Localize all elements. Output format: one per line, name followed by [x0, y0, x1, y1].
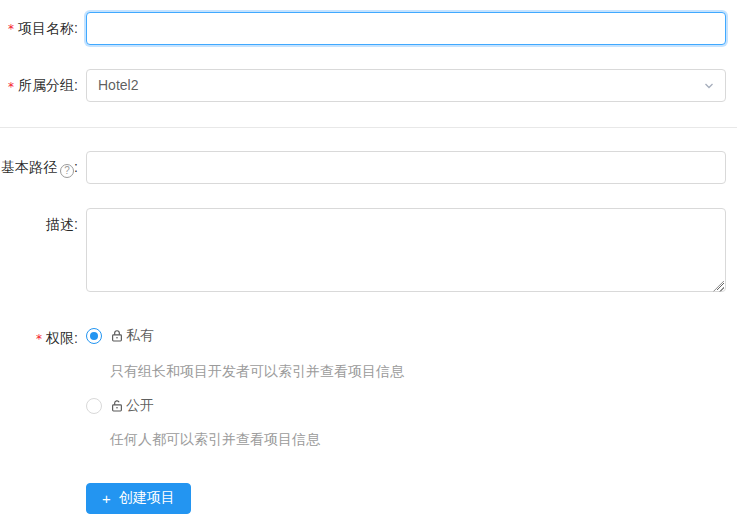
- label-colon: :: [74, 20, 78, 36]
- radio-public-description: 任何人都可以索引并查看项目信息: [86, 429, 726, 449]
- group-select-value: Hotel2: [98, 77, 138, 93]
- form-item-description: 描述:: [0, 208, 737, 295]
- required-mark: *: [8, 80, 14, 94]
- unlock-icon: [110, 399, 124, 413]
- form-item-base-path: 基本路径?:: [0, 151, 737, 184]
- group-label: *所属分组:: [0, 69, 86, 102]
- group-control: Hotel2: [86, 69, 726, 102]
- chevron-down-icon: [704, 81, 714, 91]
- required-mark: *: [8, 22, 14, 36]
- radio-public-label: 公开: [126, 397, 154, 415]
- radio-public-text: 公开: [110, 397, 154, 415]
- permission-control: 私有 只有组长和项目开发者可以索引并查看项目信息 公开 任何人都可以索引并查看项…: [86, 327, 726, 514]
- spacer: [86, 381, 726, 397]
- project-name-control: [86, 12, 726, 45]
- base-path-label: 基本路径?:: [0, 151, 86, 184]
- label-colon: :: [74, 159, 78, 175]
- base-path-label-text: 基本路径: [1, 159, 57, 175]
- radio-private-circle[interactable]: [86, 328, 102, 344]
- description-textarea[interactable]: [86, 208, 726, 292]
- description-label: 描述:: [0, 208, 86, 240]
- required-mark: *: [36, 332, 42, 346]
- permission-label: *权限:: [0, 327, 86, 350]
- form-item-permission: *权限: 私有 只有组长和项目开发者可以索引并查看项目信息: [0, 327, 737, 514]
- radio-private[interactable]: 私有: [86, 327, 726, 345]
- lock-icon: [110, 329, 124, 343]
- radio-public-circle[interactable]: [86, 398, 102, 414]
- project-name-label: *项目名称:: [0, 12, 86, 45]
- label-colon: :: [74, 77, 78, 93]
- plus-icon: +: [102, 491, 111, 506]
- form-item-group: *所属分组: Hotel2: [0, 69, 737, 102]
- label-colon: :: [74, 216, 78, 232]
- create-project-button[interactable]: + 创建项目: [86, 483, 191, 514]
- label-colon: :: [74, 330, 78, 346]
- base-path-control: [86, 151, 726, 184]
- radio-public[interactable]: 公开: [86, 397, 726, 415]
- radio-private-label: 私有: [126, 327, 154, 345]
- base-path-input[interactable]: [86, 151, 726, 184]
- submit-row: + 创建项目: [86, 483, 726, 514]
- description-label-text: 描述: [46, 216, 74, 232]
- radio-private-description: 只有组长和项目开发者可以索引并查看项目信息: [86, 361, 726, 381]
- form-item-project-name: *项目名称:: [0, 12, 737, 45]
- create-project-form: *项目名称: *所属分组: Hotel2 基本路径?: 描述:: [0, 0, 737, 514]
- section-divider: [0, 127, 737, 128]
- group-select[interactable]: Hotel2: [86, 69, 726, 102]
- project-name-input[interactable]: [86, 12, 726, 45]
- description-control: [86, 208, 726, 295]
- group-label-text: 所属分组: [18, 77, 74, 93]
- permission-label-text: 权限: [46, 330, 74, 346]
- question-circle-icon[interactable]: ?: [60, 164, 74, 178]
- project-name-label-text: 项目名称: [18, 20, 74, 36]
- radio-private-text: 私有: [110, 327, 154, 345]
- create-project-button-label: 创建项目: [119, 489, 175, 507]
